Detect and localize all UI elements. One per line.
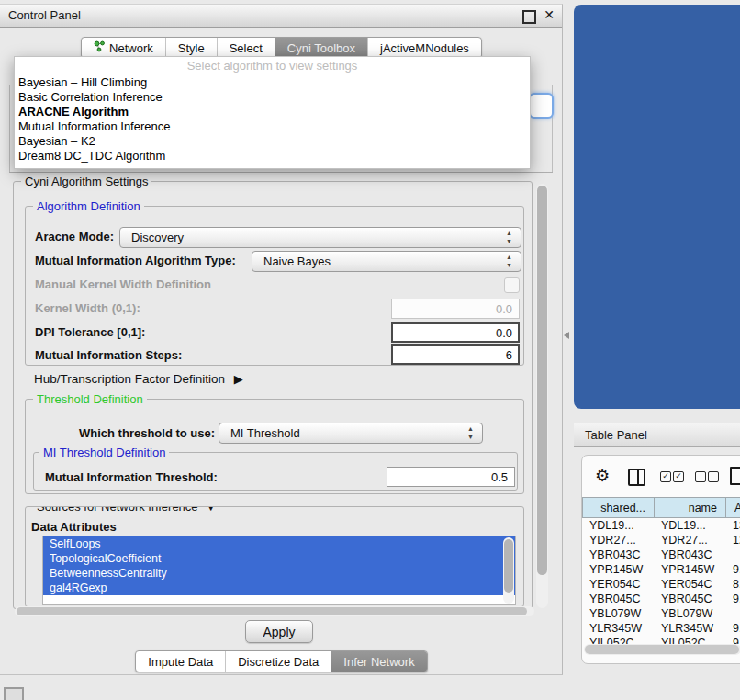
threshold-definition-legend: Threshold Definition <box>33 392 147 406</box>
sources-group: Sources for Network Inference ▼ Data Att… <box>25 506 524 607</box>
dropdown-option[interactable]: Bayesian – Hill Climbing <box>15 75 530 90</box>
table-panel-title: Table Panel <box>585 428 647 442</box>
list-item[interactable]: SelfLoops <box>43 536 515 551</box>
occluded-focused-combo <box>529 93 554 119</box>
spinner-icon: ▲▼ <box>506 229 512 245</box>
column-header-shared-name[interactable]: shared... <box>582 497 655 518</box>
mi-steps-field[interactable] <box>391 344 520 365</box>
table-header-row: shared... name A <box>582 497 740 518</box>
tab-label: Style <box>178 41 205 55</box>
document-icon[interactable] <box>730 467 740 485</box>
column-header-clipped[interactable]: A <box>725 497 740 518</box>
tab-impute-data[interactable]: Impute Data <box>136 651 225 672</box>
tab-select[interactable]: Select <box>217 38 275 58</box>
tab-style[interactable]: Style <box>165 38 217 58</box>
panel-divider-arrow[interactable] <box>564 332 569 339</box>
mi-algo-type-value: Naive Bayes <box>263 254 331 268</box>
float-window-icon[interactable] <box>522 10 536 24</box>
tool-panel-mini-icon[interactable] <box>4 687 24 700</box>
tab-label: jActiveMNodules <box>380 41 469 55</box>
algorithm-definition-group: Algorithm Definition Aracne Mode: Discov… <box>25 206 524 366</box>
apply-button-label: Apply <box>263 625 295 639</box>
table-panel-body: ⚙ ✓ ✓ shared... name A YDL19...YDL19...1… <box>581 455 740 664</box>
tab-discretize-data[interactable]: Discretize Data <box>225 651 331 672</box>
table-horizontal-scrollbar[interactable] <box>584 644 740 655</box>
column-header-name[interactable]: name <box>654 497 726 518</box>
control-panel-titlebar: Control Panel ✕ <box>0 5 562 28</box>
control-panel-window: Control Panel ✕ Networ <box>0 4 563 675</box>
aracne-mode-value: Discovery <box>131 231 184 244</box>
mi-threshold-legend: MI Threshold Definition <box>39 446 169 459</box>
settings-horizontal-scrollbar[interactable] <box>15 606 534 616</box>
data-attributes-label: Data Attributes <box>31 520 117 535</box>
collapsed-arrow-icon: ▶ <box>234 372 243 387</box>
aracne-mode-combo[interactable]: Discovery ▲▼ <box>119 227 521 248</box>
expanded-arrow-icon: ▼ <box>206 506 216 514</box>
dpi-tolerance-field[interactable] <box>391 322 520 343</box>
dpi-tolerance-label: DPI Tolerance [0,1]: <box>35 325 145 340</box>
which-threshold-value: MI Threshold <box>230 426 300 440</box>
threshold-definition-group: Threshold Definition Which threshold to … <box>25 399 524 494</box>
occluded-groupbox-edge <box>9 85 10 172</box>
deselect-checkbox-icon[interactable] <box>695 471 706 482</box>
spinner-icon: ▲▼ <box>506 253 512 269</box>
sources-legend-label: Sources for Network Inference <box>37 506 198 514</box>
dropdown-placeholder: Select algorithm to view settings <box>15 57 530 75</box>
tab-jactivemnodules[interactable]: jActiveMNodules <box>367 38 481 58</box>
dropdown-option[interactable]: Bayesian – K2 <box>15 134 530 149</box>
tab-network[interactable]: Network <box>82 38 165 58</box>
kernel-width-label: Kernel Width (0,1): <box>35 301 140 316</box>
manual-kernel-checkbox[interactable] <box>504 277 520 293</box>
list-item[interactable]: gal4RGexp <box>43 581 515 595</box>
column-layout-icon[interactable] <box>628 469 645 486</box>
hub-definition-label: Hub/Transcription Factor Definition <box>34 372 225 386</box>
list-item[interactable]: TopologicalCoefficient <box>43 551 515 566</box>
dropdown-option-selected[interactable]: ARACNE Algorithm <box>15 105 530 119</box>
apply-button[interactable]: Apply <box>245 620 313 643</box>
select-all-checkbox-icon[interactable]: ✓ <box>673 471 684 482</box>
mi-algo-type-combo[interactable]: Naive Bayes ▲▼ <box>252 251 521 272</box>
list-vertical-scrollbar[interactable] <box>503 537 514 604</box>
kernel-width-field[interactable] <box>391 299 520 319</box>
cyni-bottom-tabbar: Impute Data Discretize Data Infer Networ… <box>0 650 563 672</box>
close-icon[interactable]: ✕ <box>544 7 555 22</box>
deselect-checkbox-icon[interactable] <box>708 471 719 482</box>
manual-kernel-label: Manual Kernel Width Definition <box>35 277 211 292</box>
screen: Control Panel ✕ Networ <box>0 0 740 700</box>
select-all-checkbox-icon[interactable]: ✓ <box>660 471 671 482</box>
which-threshold-combo[interactable]: MI Threshold ▲▼ <box>219 423 483 444</box>
mi-threshold-group: MI Threshold Definition Mutual Informati… <box>33 452 518 491</box>
cyni-algorithm-settings-group: Cyni Algorithm Settings Algorithm Defini… <box>13 181 533 609</box>
dropdown-option[interactable]: Basic Correlation Inference <box>15 90 530 105</box>
mi-steps-label: Mutual Information Steps: <box>35 348 182 363</box>
aracne-mode-label: Aracne Mode: <box>35 230 114 244</box>
dropdown-option[interactable]: Mutual Information Inference <box>15 119 530 134</box>
list-item[interactable]: BetweennessCentrality <box>43 566 515 581</box>
table-rows: YDL19...YDL19...13 YDR27...YDR27...12 YB… <box>582 518 740 644</box>
hub-definition-toggle[interactable]: Hub/Transcription Factor Definition ▶ <box>34 372 243 387</box>
tab-cyni-toolbox[interactable]: Cyni Toolbox <box>275 38 367 58</box>
tab-label: Impute Data <box>148 655 213 669</box>
spinner-icon: ▲▼ <box>467 424 474 441</box>
tab-label: Cyni Toolbox <box>287 41 355 55</box>
algorithm-dropdown-popup: Select algorithm to view settings Bayesi… <box>14 56 531 169</box>
control-panel-title: Control Panel <box>8 8 81 22</box>
dropdown-option[interactable]: Dream8 DC_TDC Algorithm <box>15 149 530 164</box>
tab-label: Network <box>109 41 153 55</box>
tab-label: Select <box>230 41 263 55</box>
which-threshold-label: Which threshold to use: <box>79 426 215 441</box>
network-icon <box>94 40 105 55</box>
settings-vertical-scrollbar[interactable] <box>536 184 548 608</box>
data-attributes-list: SelfLoops TopologicalCoefficient Between… <box>42 536 516 605</box>
algorithm-definition-legend: Algorithm Definition <box>33 199 144 213</box>
network-view-frame: GAL GAL80 GAL10 GAL1 SWI4 GAL11 GAL4 GCY… <box>574 5 740 409</box>
tab-infer-network[interactable]: Infer Network <box>331 651 426 672</box>
sources-legend[interactable]: Sources for Network Inference ▼ <box>33 506 219 514</box>
gear-icon[interactable]: ⚙ <box>595 466 610 486</box>
mi-threshold-field[interactable] <box>387 467 515 487</box>
occluded-groupbox-edge <box>9 172 553 173</box>
mi-threshold-label: Mutual Information Threshold: <box>45 470 218 485</box>
mi-algo-type-label: Mutual Information Algorithm Type: <box>35 254 236 268</box>
table-panel-titlebar: Table Panel <box>574 423 740 447</box>
tab-label: Discretize Data <box>238 655 319 669</box>
